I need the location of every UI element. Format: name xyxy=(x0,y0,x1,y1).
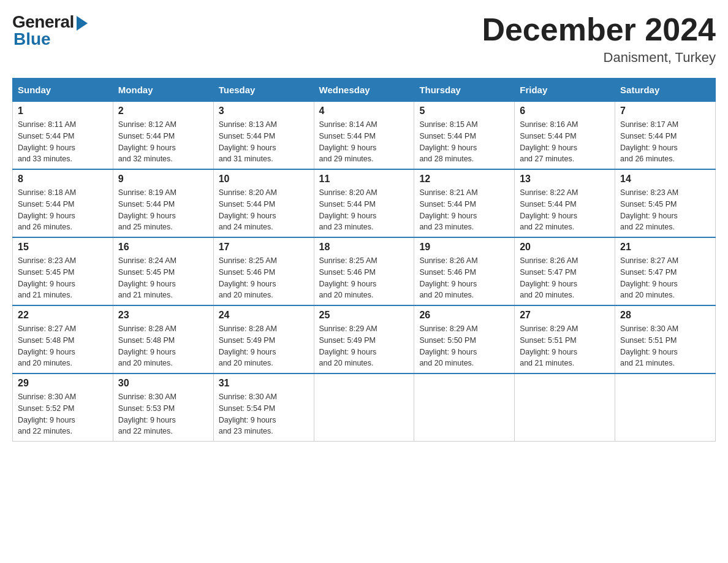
header-row: Sunday Monday Tuesday Wednesday Thursday… xyxy=(13,79,716,102)
month-title: December 2024 xyxy=(482,12,716,47)
table-cell: 20 Sunrise: 8:26 AM Sunset: 5:47 PM Dayl… xyxy=(515,237,615,305)
day-info: Sunrise: 8:25 AM Sunset: 5:46 PM Dayligh… xyxy=(219,255,309,301)
table-cell: 11 Sunrise: 8:20 AM Sunset: 5:44 PM Dayl… xyxy=(314,169,414,237)
day-number: 12 xyxy=(419,174,509,185)
day-number: 15 xyxy=(18,242,108,253)
day-number: 9 xyxy=(118,174,208,185)
calendar-table: Sunday Monday Tuesday Wednesday Thursday… xyxy=(12,78,716,442)
logo-blue-text: Blue xyxy=(13,29,51,49)
day-number: 5 xyxy=(419,105,509,117)
day-number: 11 xyxy=(319,174,409,185)
table-cell: 25 Sunrise: 8:29 AM Sunset: 5:49 PM Dayl… xyxy=(314,305,414,373)
location-title: Danisment, Turkey xyxy=(482,50,716,66)
day-info: Sunrise: 8:27 AM Sunset: 5:47 PM Dayligh… xyxy=(620,255,710,301)
table-cell xyxy=(515,373,615,442)
table-cell: 30 Sunrise: 8:30 AM Sunset: 5:53 PM Dayl… xyxy=(113,373,213,442)
table-row: 22 Sunrise: 8:27 AM Sunset: 5:48 PM Dayl… xyxy=(13,305,716,373)
table-cell: 26 Sunrise: 8:29 AM Sunset: 5:50 PM Dayl… xyxy=(414,305,515,373)
day-info: Sunrise: 8:28 AM Sunset: 5:48 PM Dayligh… xyxy=(118,323,208,369)
table-row: 15 Sunrise: 8:23 AM Sunset: 5:45 PM Dayl… xyxy=(13,237,716,305)
day-info: Sunrise: 8:29 AM Sunset: 5:50 PM Dayligh… xyxy=(419,323,509,369)
table-cell: 23 Sunrise: 8:28 AM Sunset: 5:48 PM Dayl… xyxy=(113,305,213,373)
day-info: Sunrise: 8:15 AM Sunset: 5:44 PM Dayligh… xyxy=(419,119,509,165)
table-cell: 27 Sunrise: 8:29 AM Sunset: 5:51 PM Dayl… xyxy=(515,305,615,373)
title-section: December 2024 Danisment, Turkey xyxy=(482,12,716,66)
day-info: Sunrise: 8:12 AM Sunset: 5:44 PM Dayligh… xyxy=(118,119,208,165)
page-header: General Blue December 2024 Danisment, Tu… xyxy=(12,12,716,66)
day-info: Sunrise: 8:29 AM Sunset: 5:51 PM Dayligh… xyxy=(520,323,610,369)
table-cell: 5 Sunrise: 8:15 AM Sunset: 5:44 PM Dayli… xyxy=(414,102,515,170)
day-number: 4 xyxy=(319,105,409,117)
day-number: 14 xyxy=(620,174,710,185)
table-cell: 12 Sunrise: 8:21 AM Sunset: 5:44 PM Dayl… xyxy=(414,169,515,237)
day-number: 3 xyxy=(219,105,309,117)
table-row: 8 Sunrise: 8:18 AM Sunset: 5:44 PM Dayli… xyxy=(13,169,716,237)
day-number: 7 xyxy=(620,105,710,117)
day-info: Sunrise: 8:25 AM Sunset: 5:46 PM Dayligh… xyxy=(319,255,409,301)
day-number: 19 xyxy=(419,242,509,253)
table-cell: 22 Sunrise: 8:27 AM Sunset: 5:48 PM Dayl… xyxy=(13,305,113,373)
table-cell xyxy=(314,373,414,442)
day-number: 13 xyxy=(520,174,610,185)
table-cell: 17 Sunrise: 8:25 AM Sunset: 5:46 PM Dayl… xyxy=(213,237,314,305)
table-cell: 13 Sunrise: 8:22 AM Sunset: 5:44 PM Dayl… xyxy=(515,169,615,237)
day-info: Sunrise: 8:27 AM Sunset: 5:48 PM Dayligh… xyxy=(18,323,108,369)
day-number: 24 xyxy=(219,310,309,321)
day-number: 26 xyxy=(419,310,509,321)
day-info: Sunrise: 8:20 AM Sunset: 5:44 PM Dayligh… xyxy=(319,187,409,233)
table-cell: 7 Sunrise: 8:17 AM Sunset: 5:44 PM Dayli… xyxy=(615,102,716,170)
day-info: Sunrise: 8:13 AM Sunset: 5:44 PM Dayligh… xyxy=(219,119,309,165)
table-cell: 24 Sunrise: 8:28 AM Sunset: 5:49 PM Dayl… xyxy=(213,305,314,373)
table-cell: 3 Sunrise: 8:13 AM Sunset: 5:44 PM Dayli… xyxy=(213,102,314,170)
day-number: 27 xyxy=(520,310,610,321)
table-cell: 15 Sunrise: 8:23 AM Sunset: 5:45 PM Dayl… xyxy=(13,237,113,305)
day-number: 16 xyxy=(118,242,208,253)
table-cell: 19 Sunrise: 8:26 AM Sunset: 5:46 PM Dayl… xyxy=(414,237,515,305)
table-cell: 28 Sunrise: 8:30 AM Sunset: 5:51 PM Dayl… xyxy=(615,305,716,373)
day-number: 25 xyxy=(319,310,409,321)
day-number: 1 xyxy=(18,105,108,117)
day-info: Sunrise: 8:19 AM Sunset: 5:44 PM Dayligh… xyxy=(118,187,208,233)
day-info: Sunrise: 8:23 AM Sunset: 5:45 PM Dayligh… xyxy=(620,187,710,233)
day-info: Sunrise: 8:18 AM Sunset: 5:44 PM Dayligh… xyxy=(18,187,108,233)
table-cell xyxy=(414,373,515,442)
table-cell: 18 Sunrise: 8:25 AM Sunset: 5:46 PM Dayl… xyxy=(314,237,414,305)
day-info: Sunrise: 8:29 AM Sunset: 5:49 PM Dayligh… xyxy=(319,323,409,369)
day-info: Sunrise: 8:30 AM Sunset: 5:54 PM Dayligh… xyxy=(219,391,309,437)
table-cell: 9 Sunrise: 8:19 AM Sunset: 5:44 PM Dayli… xyxy=(113,169,213,237)
col-saturday: Saturday xyxy=(615,79,716,102)
day-number: 6 xyxy=(520,105,610,117)
col-sunday: Sunday xyxy=(13,79,113,102)
col-friday: Friday xyxy=(515,79,615,102)
day-number: 22 xyxy=(18,310,108,321)
day-info: Sunrise: 8:14 AM Sunset: 5:44 PM Dayligh… xyxy=(319,119,409,165)
table-row: 29 Sunrise: 8:30 AM Sunset: 5:52 PM Dayl… xyxy=(13,373,716,442)
day-info: Sunrise: 8:23 AM Sunset: 5:45 PM Dayligh… xyxy=(18,255,108,301)
table-cell: 16 Sunrise: 8:24 AM Sunset: 5:45 PM Dayl… xyxy=(113,237,213,305)
day-info: Sunrise: 8:30 AM Sunset: 5:52 PM Dayligh… xyxy=(18,391,108,437)
table-cell xyxy=(615,373,716,442)
table-cell: 21 Sunrise: 8:27 AM Sunset: 5:47 PM Dayl… xyxy=(615,237,716,305)
day-number: 30 xyxy=(118,378,208,389)
day-info: Sunrise: 8:26 AM Sunset: 5:46 PM Dayligh… xyxy=(419,255,509,301)
day-info: Sunrise: 8:28 AM Sunset: 5:49 PM Dayligh… xyxy=(219,323,309,369)
table-row: 1 Sunrise: 8:11 AM Sunset: 5:44 PM Dayli… xyxy=(13,102,716,170)
day-number: 29 xyxy=(18,378,108,389)
col-monday: Monday xyxy=(113,79,213,102)
table-cell: 6 Sunrise: 8:16 AM Sunset: 5:44 PM Dayli… xyxy=(515,102,615,170)
col-thursday: Thursday xyxy=(414,79,515,102)
table-cell: 10 Sunrise: 8:20 AM Sunset: 5:44 PM Dayl… xyxy=(213,169,314,237)
day-number: 18 xyxy=(319,242,409,253)
day-number: 2 xyxy=(118,105,208,117)
day-info: Sunrise: 8:17 AM Sunset: 5:44 PM Dayligh… xyxy=(620,119,710,165)
logo: General Blue xyxy=(12,12,88,49)
day-number: 31 xyxy=(219,378,309,389)
day-number: 10 xyxy=(219,174,309,185)
logo-arrow-icon xyxy=(77,16,88,31)
day-number: 17 xyxy=(219,242,309,253)
table-cell: 1 Sunrise: 8:11 AM Sunset: 5:44 PM Dayli… xyxy=(13,102,113,170)
day-number: 28 xyxy=(620,310,710,321)
col-wednesday: Wednesday xyxy=(314,79,414,102)
day-number: 21 xyxy=(620,242,710,253)
table-cell: 2 Sunrise: 8:12 AM Sunset: 5:44 PM Dayli… xyxy=(113,102,213,170)
